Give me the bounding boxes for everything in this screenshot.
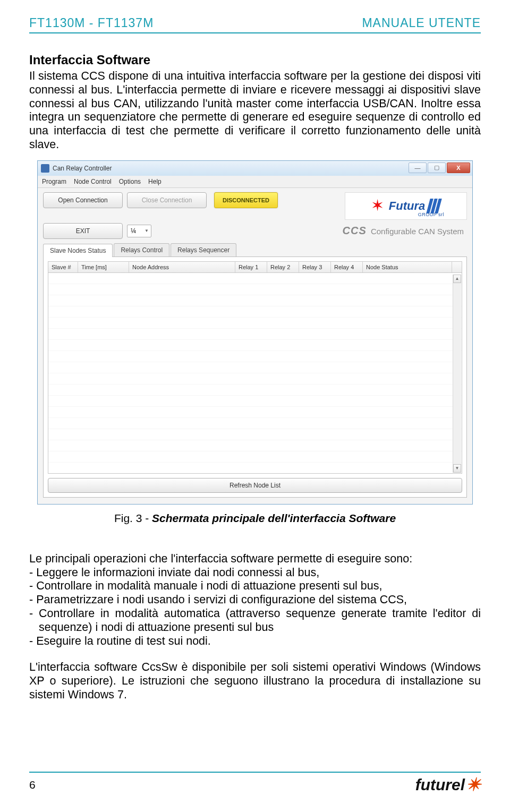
logo-stripes-icon [428, 199, 440, 213]
ccs-big: CCS [343, 225, 367, 236]
window-frame: Can Relay Controller — ▢ X Program Node … [37, 160, 473, 505]
document-footer: 6 futurel ✴ [29, 772, 481, 794]
menu-bar: Program Node Control Options Help [38, 176, 472, 188]
futura-logo-text: Futura [389, 199, 425, 213]
ops-item-5: - Eseguire la routine di test sui nodi. [29, 635, 481, 648]
doc-header-right: MANUALE UTENTE [362, 16, 481, 30]
tab-pane: Slave # Time [ms] Node Address Relay 1 R… [43, 257, 467, 498]
col-relay4[interactable]: Relay 4 [331, 262, 363, 272]
tab-relays-sequencer[interactable]: Relays Sequencer [171, 243, 236, 257]
menu-options[interactable]: Options [119, 178, 141, 185]
left-button-col: Open Connection [43, 192, 123, 220]
fig-caption-italic: Schermata principale dell'interfaccia So… [152, 512, 396, 524]
maximize-button[interactable]: ▢ [428, 163, 446, 173]
col-scroll-spacer [452, 262, 462, 272]
window-titlebar: Can Relay Controller — ▢ X [38, 161, 472, 176]
col-relay2[interactable]: Relay 2 [267, 262, 299, 272]
tab-bar: Slave Nodes Status Relays Control Relays… [43, 243, 467, 257]
connection-status-chip: DISCONNECTED [214, 192, 278, 208]
figure-caption: Fig. 3 - Schermata principale dell'inter… [29, 512, 481, 525]
operations-intro: Le principali operazioni che l'interfacc… [29, 552, 481, 566]
star-icon [372, 199, 386, 213]
app-screenshot: Can Relay Controller — ▢ X Program Node … [37, 160, 473, 505]
col-slave[interactable]: Slave # [48, 262, 78, 272]
ccs-tagline: CCS Configurable CAN System [343, 225, 467, 237]
tab-relays-control[interactable]: Relays Control [114, 243, 169, 257]
document-header: FT1130M - FT1137M MANUALE UTENTE [29, 16, 481, 33]
value-spinner[interactable]: ¼ [127, 225, 151, 237]
menu-node-control[interactable]: Node Control [74, 178, 112, 185]
spinner-value: ¼ [131, 227, 136, 235]
futurel-text: futurel [415, 776, 465, 794]
toolbar-row-2: EXIT ¼ CCS Configurable CAN System [43, 223, 467, 239]
futura-logo-sub: GROUP srl [418, 212, 444, 217]
menu-help[interactable]: Help [148, 178, 162, 185]
page-number: 6 [29, 779, 36, 791]
grid-scrollbar[interactable]: ▲ ▼ [453, 275, 461, 473]
paragraph-2: L'interfaccia software CcsSw è disponibi… [29, 661, 481, 702]
doc-header-left: FT1130M - FT1137M [29, 16, 154, 30]
close-button[interactable]: X [447, 163, 470, 173]
col-relay3[interactable]: Relay 3 [299, 262, 331, 272]
toolbar-row-1: Open Connection Close Connection DISCONN… [43, 192, 467, 220]
ops-item-1: - Leggere le informazioni inviate dai no… [29, 566, 481, 580]
operations-list: - Leggere le informazioni inviate dai no… [29, 566, 481, 648]
ops-item-3: - Parametrizzare i nodi usando i servizi… [29, 593, 481, 607]
refresh-node-list-button[interactable]: Refresh Node List [48, 478, 462, 493]
futura-logo: Futura GROUP srl [345, 192, 467, 220]
ops-item-2: - Controllare in modalità manuale i nodi… [29, 579, 481, 593]
col-relay1[interactable]: Relay 1 [235, 262, 267, 272]
grid-header-row: Slave # Time [ms] Node Address Relay 1 R… [48, 262, 462, 273]
col-node-address[interactable]: Node Address [129, 262, 235, 272]
section-title: Interfaccia Software [29, 53, 481, 67]
app-icon [41, 164, 49, 173]
tab-slave-nodes-status[interactable]: Slave Nodes Status [43, 244, 113, 257]
minimize-button[interactable]: — [409, 163, 427, 173]
paragraph-1: Il sistema CCS dispone di una intuitiva … [29, 70, 481, 152]
window-title: Can Relay Controller [53, 165, 112, 172]
scroll-up-icon[interactable]: ▲ [453, 275, 461, 283]
data-grid: Slave # Time [ms] Node Address Relay 1 R… [48, 261, 462, 474]
futurel-logo: futurel ✴ [415, 776, 481, 794]
scroll-down-icon[interactable]: ▼ [453, 464, 461, 473]
burst-icon: ✴ [466, 777, 481, 792]
app-body: Open Connection Close Connection DISCONN… [38, 188, 472, 504]
col-time[interactable]: Time [ms] [78, 262, 129, 272]
col-node-status[interactable]: Node Status [363, 262, 452, 272]
grid-body [48, 273, 462, 469]
fig-caption-prefix: Fig. 3 - [114, 512, 152, 524]
close-connection-button[interactable]: Close Connection [127, 192, 207, 208]
ops-item-4: - Controllare in modalità automatica (at… [29, 607, 481, 635]
open-connection-button[interactable]: Open Connection [43, 192, 123, 208]
menu-program[interactable]: Program [42, 178, 66, 185]
ccs-small: Configurable CAN System [371, 227, 464, 236]
exit-button[interactable]: EXIT [43, 223, 123, 239]
window-controls: — ▢ X [409, 163, 470, 173]
